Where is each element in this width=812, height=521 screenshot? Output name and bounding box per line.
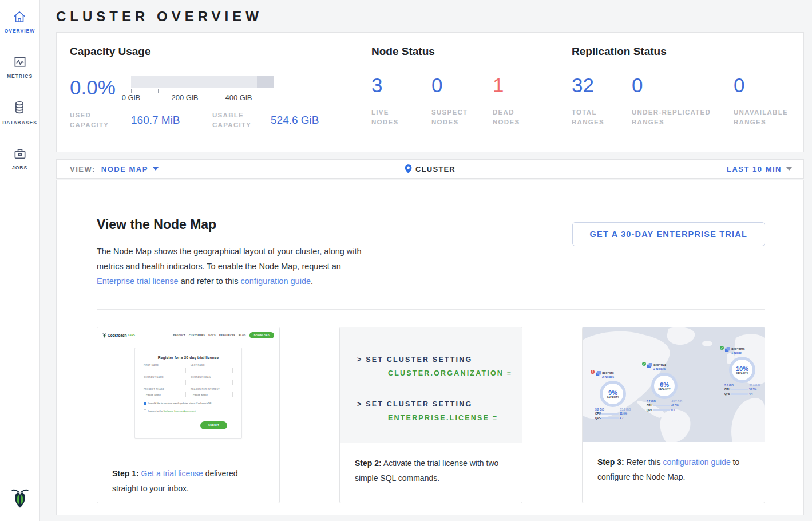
cockroachdb-logo xyxy=(10,486,30,511)
sidebar-item-label: OVERVIEW xyxy=(5,28,35,34)
gauge-tick-label: 0 GiB xyxy=(122,93,141,102)
briefcase-icon xyxy=(12,146,28,161)
time-range-value: LAST 10 MIN xyxy=(727,165,782,173)
view-bar: VIEW: NODE MAP CLUSTER LAST 10 MIN xyxy=(56,159,804,179)
cpu-value: 53.3% xyxy=(749,388,756,391)
node-map-widget-nyc: geo=nyc2 Nodes 6% CAPACITY 3.7 GiB43.7 G… xyxy=(647,363,684,412)
sidebar-item-metrics[interactable]: METRICS xyxy=(7,54,33,79)
cockroach-bug-icon xyxy=(10,486,30,508)
step1-label: Step 1: xyxy=(112,469,141,478)
capacity-ring-gauge: 10% CAPACITY xyxy=(729,357,755,383)
node-map-description: The Node Map shows the geographical layo… xyxy=(97,244,366,289)
metrics-chart-icon xyxy=(12,54,28,69)
mini-checkbox-label: I would like to receive email updates ab… xyxy=(148,402,212,405)
locality-cube-icon xyxy=(725,347,730,352)
capacity-usage-section: Capacity Usage 0.0% 0 GiB 200 Gi xyxy=(70,45,371,137)
total-ranges-label: TOTAL RANGES xyxy=(572,108,617,127)
capacity-percent: 9% xyxy=(608,389,617,396)
time-range-dropdown[interactable]: LAST 10 MIN xyxy=(727,165,792,173)
home-icon xyxy=(11,9,27,24)
total-ranges-value: 32 xyxy=(572,75,632,95)
node-status-section: Node Status 3 LIVE NODES 0 SUSPECT NODES… xyxy=(371,45,572,137)
step3-text: Refer this xyxy=(624,457,663,467)
total-gib: 36.6 GiB xyxy=(750,384,760,387)
mini-bug-icon xyxy=(102,333,106,338)
get-trial-license-link[interactable]: Get a trial license xyxy=(141,469,203,478)
mini-nav-item: BLOG xyxy=(239,334,246,337)
sidebar-item-overview[interactable]: OVERVIEW xyxy=(5,9,35,34)
sidebar-item-jobs[interactable]: JOBS xyxy=(12,146,28,171)
qps-label: QPS xyxy=(647,409,652,412)
sidebar-item-databases[interactable]: DATABASES xyxy=(2,100,37,125)
live-nodes-value: 3 xyxy=(371,75,431,95)
node-status-ok-icon xyxy=(642,362,646,366)
step2-sql-preview: > SET CLUSTER SETTING CLUSTER.ORGANIZATI… xyxy=(340,327,522,443)
dead-nodes-label: DEAD NODES xyxy=(493,108,538,127)
node-map-placeholder-panel: View the Node Map The Node Map shows the… xyxy=(56,180,804,515)
qps-bar xyxy=(601,417,619,419)
step3-caption: Step 3: Refer this configuration guide t… xyxy=(583,442,765,484)
used-gib: 3.7 GiB xyxy=(647,400,656,403)
qps-value: 0.0 xyxy=(671,409,675,412)
capacity-label: CAPACITY xyxy=(736,372,748,374)
mini-checkbox-label: I agree to the xyxy=(148,409,164,412)
sidebar-item-label: JOBS xyxy=(12,165,27,171)
mini-checkbox xyxy=(144,409,146,412)
step3-card: geo=sfo2 Nodes 9% CAPACITY 3.2 GiB35.1 G… xyxy=(582,327,765,503)
locality-cube-icon xyxy=(596,371,601,376)
database-icon xyxy=(11,100,27,116)
mini-submit-button: SUBMIT xyxy=(200,421,227,429)
cpu-label: CPU xyxy=(647,404,652,407)
view-selector-value: NODE MAP xyxy=(101,165,148,173)
mini-cockroach-labs-logo: Cockroach LABS xyxy=(102,333,135,338)
configuration-guide-link[interactable]: configuration guide xyxy=(240,277,311,286)
capacity-percent: 10% xyxy=(736,365,748,372)
step3-label: Step 3: xyxy=(597,457,624,467)
view-label: VIEW: xyxy=(70,165,96,173)
used-gib: 3.2 GiB xyxy=(595,408,604,411)
enterprise-trial-license-link[interactable]: Enterprise trial license xyxy=(97,277,179,286)
view-selector-dropdown[interactable]: NODE MAP xyxy=(101,165,159,173)
mini-input xyxy=(191,380,233,385)
replication-status-title: Replication Status xyxy=(572,45,798,58)
chevron-down-icon xyxy=(786,167,792,171)
content-area: CLUSTER OVERVIEW Capacity Usage 0.0% xyxy=(40,0,812,515)
node-map-widget-ams: geo=ams1 Node 10% CAPACITY 3.6 GiB36.6 G… xyxy=(724,347,762,396)
mini-nav-item: PRODUCT xyxy=(173,334,185,337)
under-replicated-ranges-value: 0 xyxy=(632,75,734,95)
capacity-label: CAPACITY xyxy=(658,388,671,390)
capacity-gauge-ticks xyxy=(131,88,274,93)
capacity-gauge-available-segment xyxy=(131,76,257,88)
get-enterprise-trial-button[interactable]: GET A 30-DAY ENTERPRISE TRIAL xyxy=(572,222,765,246)
step1-card: Cockroach LABS PRODUCT CUSTOMERS DOCS RE… xyxy=(97,327,280,503)
used-capacity-value: 160.7 MiB xyxy=(131,114,212,127)
sidebar-item-label: METRICS xyxy=(7,73,33,79)
qps-bar xyxy=(731,393,748,395)
mini-nav: PRODUCT CUSTOMERS DOCS RESOURCES BLOG xyxy=(173,334,246,337)
mini-checkbox-checked xyxy=(144,402,146,405)
description-text: and refer to this xyxy=(179,277,241,286)
page-title: CLUSTER OVERVIEW xyxy=(56,0,804,32)
cpu-value: 42.5% xyxy=(671,404,679,407)
mini-brand-suffix: LABS xyxy=(128,334,135,337)
capacity-label: CAPACITY xyxy=(607,396,619,398)
mini-select: Please Select xyxy=(191,392,233,397)
node-status-title: Node Status xyxy=(371,45,572,58)
step1-screenshot: Cockroach LABS PRODUCT CUSTOMERS DOCS RE… xyxy=(97,327,279,453)
mini-select: Please Select xyxy=(144,392,186,397)
live-nodes-label: LIVE NODES xyxy=(371,108,417,127)
step2-card: > SET CLUSTER SETTING CLUSTER.ORGANIZATI… xyxy=(339,327,522,503)
description-text: The Node Map shows the geographical layo… xyxy=(97,247,362,271)
map-pin-icon xyxy=(405,164,411,173)
mini-registration-form: Register for a 30-day trial license FIRS… xyxy=(134,348,242,439)
locality-node-count: 1 Node xyxy=(731,351,742,354)
mini-license-link: Software License Agreement. xyxy=(164,409,196,412)
dead-nodes-value: 1 xyxy=(493,75,572,95)
qps-value: 4.4 xyxy=(749,393,752,396)
mini-input xyxy=(144,380,186,385)
configuration-guide-link-2[interactable]: configuration guide xyxy=(663,457,730,467)
mini-field-label: PROJECT PHASE xyxy=(144,388,186,390)
section-divider xyxy=(97,309,765,310)
sql-setting-line: ENTERPRISE.LICENSE = xyxy=(357,411,516,425)
mini-field-label: REASON FOR INTEREST xyxy=(191,388,233,390)
